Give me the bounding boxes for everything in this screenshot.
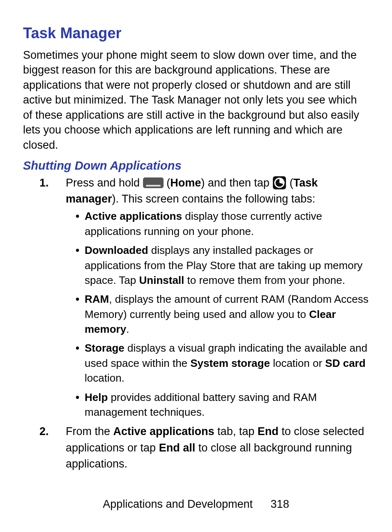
manual-page: Task Manager Sometimes your phone might … [0,0,392,532]
footer-page-number: 318 [271,498,289,511]
step-1: 1. Press and hold (Home) and then tap (T… [39,175,369,419]
step-1-text-1: Press and hold [66,177,143,189]
step-2-text-1: From the [66,425,113,438]
bullet-ram: RAM, displays the amount of current RAM … [76,292,369,336]
uninstall-label: Uninstall [139,274,184,286]
steps-list: 1. Press and hold (Home) and then tap (T… [23,175,369,472]
home-label: Home [170,177,201,189]
end-all-label: End all [159,442,196,454]
step-1-text-3: ). This screen contains the following ta… [112,193,316,205]
storage-label: Storage [85,342,125,354]
bullet-downloaded: Downloaded displays any installed packag… [76,243,369,288]
bullet-active-applications: Active applications display those curren… [76,209,369,239]
active-applications-label: Active applications [85,210,182,222]
task-manager-icon [272,176,286,190]
help-text: provides additional battery saving and R… [85,391,317,418]
help-label: Help [85,391,108,403]
step-1-text-2: ) and then tap [201,177,272,189]
subsection-title: Shutting Down Applications [23,159,369,173]
end-label: End [258,425,279,438]
sd-card-label: SD card [325,357,365,369]
step-2-text-2: tab, tap [214,425,258,438]
downloaded-label: Downloaded [85,244,148,256]
home-button-icon [143,177,164,188]
step-number: 2. [39,424,49,440]
system-storage-label: System storage [190,357,270,369]
bullet-storage: Storage displays a visual graph indicati… [76,341,369,385]
step-1-home-paren: (Home [166,177,201,189]
storage-text-3: location. [85,372,125,384]
storage-text-2: location or [270,357,325,369]
ram-text-2: . [126,323,129,335]
page-title: Task Manager [23,25,369,42]
downloaded-text-2: to remove them from your phone. [184,274,345,286]
bullet-help: Help provides additional battery saving … [76,390,369,420]
active-applications-tab-label: Active applications [113,425,214,438]
footer-section-name: Applications and Development [103,498,253,511]
page-footer: Applications and Development 318 [0,498,392,511]
step-number: 1. [39,175,49,191]
ram-label: RAM [85,293,109,305]
tabs-bullet-list: Active applications display those curren… [66,209,369,419]
step-2: 2. From the Active applications tab, tap… [39,424,369,472]
intro-paragraph: Sometimes your phone might seem to slow … [23,48,369,152]
